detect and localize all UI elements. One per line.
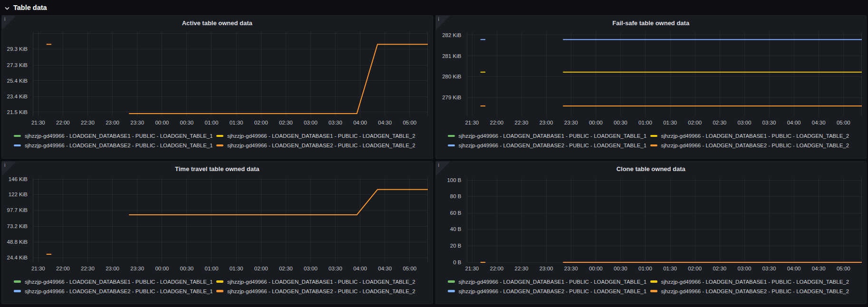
legend-item[interactable]: sjhzzjp-gd49966 - LOADGEN_DATABASE1 - PU… — [448, 133, 650, 139]
legend-label: sjhzzjp-gd49966 - LOADGEN_DATABASE2 - PU… — [459, 288, 647, 294]
legend-item[interactable]: sjhzzjp-gd49966 - LOADGEN_DATABASE1 - PU… — [448, 279, 650, 285]
x-tick-label: 00:30 — [180, 266, 193, 271]
chart-plot[interactable] — [467, 32, 862, 116]
legend: sjhzzjp-gd49966 - LOADGEN_DATABASE1 - PU… — [448, 133, 862, 148]
legend-item[interactable]: sjhzzjp-gd49966 - LOADGEN_DATABASE2 - PU… — [650, 288, 862, 294]
legend-item[interactable]: sjhzzjp-gd49966 - LOADGEN_DATABASE2 - PU… — [216, 288, 428, 294]
x-tick-label: 23:00 — [106, 266, 119, 271]
x-tick-label: 21:30 — [31, 266, 45, 271]
x-tick-label: 04:00 — [353, 120, 367, 125]
legend-swatch-icon — [448, 280, 455, 283]
x-tick-label: 01:00 — [205, 266, 219, 271]
legend-swatch-icon — [650, 280, 657, 283]
legend-label: sjhzzjp-gd49966 - LOADGEN_DATABASE2 - PU… — [25, 288, 213, 294]
legend-item[interactable]: sjhzzjp-gd49966 - LOADGEN_DATABASE1 - PU… — [14, 133, 216, 139]
panel-title[interactable]: Time travel table owned data — [2, 165, 433, 173]
chart-plot[interactable] — [33, 32, 428, 116]
x-tick-label: 23:30 — [130, 120, 144, 125]
x-tick-label: 01:00 — [205, 120, 219, 125]
panel-title[interactable]: Fail-safe table owned data — [436, 19, 867, 27]
legend-item[interactable]: sjhzzjp-gd49966 - LOADGEN_DATABASE1 - PU… — [216, 133, 428, 139]
legend-item[interactable]: sjhzzjp-gd49966 - LOADGEN_DATABASE1 - PU… — [14, 279, 216, 285]
panel-info-corner[interactable]: i — [436, 16, 450, 30]
y-tick-label: 0 B — [435, 259, 462, 266]
x-tick-label: 03:00 — [304, 120, 318, 125]
legend-item[interactable]: sjhzzjp-gd49966 - LOADGEN_DATABASE2 - PU… — [14, 288, 216, 294]
x-tick-label: 22:30 — [515, 120, 529, 125]
x-tick-label: 02:30 — [279, 120, 293, 125]
legend-swatch-icon — [14, 290, 21, 292]
info-icon: i — [438, 162, 439, 168]
x-tick-label: 22:30 — [81, 266, 95, 271]
legend: sjhzzjp-gd49966 - LOADGEN_DATABASE1 - PU… — [448, 279, 862, 294]
x-tick-label: 23:00 — [106, 120, 119, 125]
x-tick-label: 04:30 — [812, 120, 826, 125]
y-tick-label: 21.5 KiB — [1, 109, 28, 115]
x-tick-label: 02:30 — [713, 120, 726, 125]
x-axis: 21:3022:0022:3023:0023:3000:0000:3001:00… — [467, 120, 862, 127]
chart-plot[interactable] — [467, 178, 862, 262]
x-tick-label: 04:30 — [378, 266, 392, 271]
y-axis: 146 KiB122 KiB97.7 KiB73.2 KiB48.8 KiB24… — [2, 178, 29, 262]
legend-label: sjhzzjp-gd49966 - LOADGEN_DATABASE2 - PU… — [25, 143, 213, 148]
y-tick-label: 146 KiB — [1, 176, 28, 182]
y-tick-label: 122 KiB — [1, 191, 28, 198]
legend-item[interactable]: sjhzzjp-gd49966 - LOADGEN_DATABASE2 - PU… — [650, 143, 862, 148]
x-tick-label: 04:30 — [378, 120, 392, 125]
x-tick-label: 04:00 — [353, 266, 367, 271]
x-tick-label: 02:00 — [688, 266, 702, 271]
legend-label: sjhzzjp-gd49966 - LOADGEN_DATABASE1 - PU… — [459, 133, 647, 139]
legend-item[interactable]: sjhzzjp-gd49966 - LOADGEN_DATABASE2 - PU… — [448, 143, 650, 148]
x-tick-label: 05:00 — [403, 120, 416, 125]
legend-item[interactable]: sjhzzjp-gd49966 - LOADGEN_DATABASE1 - PU… — [650, 279, 862, 285]
legend-swatch-icon — [14, 280, 21, 283]
panel-info-corner[interactable]: i — [2, 16, 16, 30]
x-tick-label: 03:30 — [328, 120, 342, 125]
x-tick-label: 00:00 — [155, 266, 169, 271]
x-tick-label: 23:30 — [130, 266, 144, 271]
x-tick-label: 00:00 — [155, 120, 169, 125]
legend-item[interactable]: sjhzzjp-gd49966 - LOADGEN_DATABASE2 - PU… — [14, 143, 216, 148]
legend-label: sjhzzjp-gd49966 - LOADGEN_DATABASE2 - PU… — [459, 143, 647, 148]
panel-info-corner[interactable]: i — [436, 162, 450, 176]
legend-label: sjhzzjp-gd49966 - LOADGEN_DATABASE2 - PU… — [227, 288, 415, 294]
y-axis: 100 B80 B60 B40 B20 B0 B — [436, 178, 463, 262]
legend-swatch-icon — [448, 290, 455, 292]
y-tick-label: 280 KiB — [435, 73, 462, 80]
x-tick-label: 22:00 — [490, 266, 503, 271]
row-title: Table data — [13, 4, 47, 11]
chart-plot[interactable] — [33, 178, 428, 262]
y-tick-label: 282 KiB — [435, 32, 462, 38]
x-tick-label: 01:00 — [638, 120, 652, 125]
legend-label: sjhzzjp-gd49966 - LOADGEN_DATABASE1 - PU… — [25, 279, 213, 285]
x-tick-label: 23:30 — [564, 120, 578, 125]
legend-swatch-icon — [216, 144, 223, 147]
x-tick-label: 05:00 — [837, 266, 850, 271]
y-tick-label: 20 B — [435, 242, 462, 249]
panel-time-travel-table-owned-data: i Time travel table owned data 146 KiB12… — [1, 161, 433, 305]
y-tick-label: 279 KiB — [435, 94, 462, 101]
dashboard-row-header[interactable]: Table data — [0, 0, 868, 15]
legend-item[interactable]: sjhzzjp-gd49966 - LOADGEN_DATABASE1 - PU… — [216, 279, 428, 285]
x-tick-label: 23:30 — [564, 266, 578, 271]
legend-item[interactable]: sjhzzjp-gd49966 - LOADGEN_DATABASE2 - PU… — [216, 143, 428, 148]
x-tick-label: 23:00 — [540, 120, 553, 125]
panel-title[interactable]: Active table owned data — [2, 19, 433, 27]
panel-info-corner[interactable]: i — [2, 162, 16, 176]
x-tick-label: 03:30 — [762, 266, 776, 271]
info-icon: i — [4, 16, 5, 22]
info-icon: i — [4, 162, 5, 168]
chart-area: 29.3 KiB27.3 KiB25.4 KiB23.4 KiB21.5 KiB — [2, 32, 433, 116]
legend: sjhzzjp-gd49966 - LOADGEN_DATABASE1 - PU… — [14, 133, 428, 148]
x-tick-label: 02:30 — [713, 266, 726, 271]
x-tick-label: 04:30 — [812, 266, 826, 271]
legend-item[interactable]: sjhzzjp-gd49966 - LOADGEN_DATABASE2 - PU… — [448, 288, 650, 294]
panel-clone-table-owned-data: i Clone table owned data 100 B80 B60 B40… — [435, 161, 867, 305]
legend-item[interactable]: sjhzzjp-gd49966 - LOADGEN_DATABASE1 - PU… — [650, 133, 862, 139]
x-tick-label: 22:00 — [490, 120, 503, 125]
legend-label: sjhzzjp-gd49966 - LOADGEN_DATABASE1 - PU… — [661, 133, 849, 139]
panel-title[interactable]: Clone table owned data — [436, 165, 867, 173]
x-tick-label: 22:30 — [81, 120, 95, 125]
y-axis: 282 KiB281 KiB280 KiB279 KiB — [436, 32, 463, 116]
chevron-down-icon[interactable] — [4, 5, 10, 10]
